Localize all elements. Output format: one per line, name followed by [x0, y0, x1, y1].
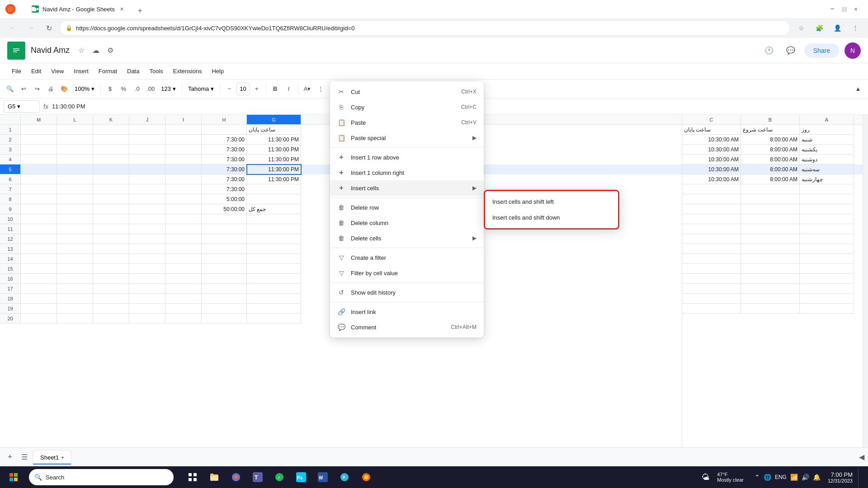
currency-button[interactable]: $	[104, 83, 116, 95]
row-num-6[interactable]: 6	[0, 174, 21, 184]
cell-l8[interactable]	[57, 194, 93, 204]
cell-i5[interactable]	[165, 164, 202, 174]
cell-i7[interactable]	[165, 184, 202, 194]
cell-b5[interactable]: 8:00:00 AM	[741, 164, 800, 174]
sheet-nav-right[interactable]: ◀	[859, 453, 864, 461]
zoom-select[interactable]: 100% ▾	[71, 84, 98, 94]
bold-button[interactable]: B	[269, 83, 282, 95]
toolbar-collapse-button[interactable]: ▲	[852, 83, 864, 95]
taskbar-firefox[interactable]	[356, 467, 376, 487]
cell-c6[interactable]: 10:30:00 AM	[682, 174, 741, 184]
network-icon[interactable]: 🌐	[764, 474, 771, 481]
vertical-scrollbar[interactable]	[863, 115, 868, 447]
taskbar-word[interactable]: W	[313, 467, 333, 487]
history-button[interactable]: 🕐	[761, 42, 777, 59]
cell-g4[interactable]: 11:30:00 PM	[247, 155, 301, 164]
menu-view[interactable]: View	[47, 66, 68, 76]
cell-i9[interactable]	[165, 204, 202, 214]
col-header-b[interactable]: B	[741, 115, 800, 124]
row-num-3[interactable]: 3	[0, 145, 21, 155]
col-header-j[interactable]: J	[129, 115, 165, 124]
ctx-cut[interactable]: ✂ Cut Ctrl+X	[330, 84, 484, 99]
col-header-g[interactable]: G	[247, 115, 301, 124]
format-type-select[interactable]: 123 ▾	[158, 84, 179, 94]
maximize-button[interactable]: ⬜	[841, 6, 847, 12]
italic-button[interactable]: I	[283, 83, 295, 95]
star-icon[interactable]: ☆	[75, 44, 88, 57]
font-size-decrease-button[interactable]: −	[223, 83, 236, 95]
cell-j2[interactable]	[129, 135, 165, 145]
undo-button[interactable]: ↩	[17, 83, 30, 95]
ctx-filter-by-value[interactable]: ▽ Filter by cell value	[330, 265, 484, 281]
sheet-list-button[interactable]: ☰	[18, 451, 31, 464]
menu-edit[interactable]: Edit	[27, 66, 46, 76]
cell-k2[interactable]	[93, 135, 129, 145]
cell-a1[interactable]: روز	[800, 125, 854, 135]
insert-cells-shift-down[interactable]: Insert cells and shift down	[485, 210, 618, 225]
active-tab[interactable]: ■ Navid Amz - Google Sheets ✕	[24, 1, 133, 17]
ctx-insert-link[interactable]: 🔗 Insert link	[330, 304, 484, 319]
cell-j9[interactable]	[129, 204, 165, 214]
cell-k4[interactable]	[93, 155, 129, 164]
show-desktop-button[interactable]	[858, 467, 861, 487]
taskbar-music[interactable]: ♪	[269, 467, 289, 487]
taskbar-file-explorer[interactable]	[204, 467, 224, 487]
add-sheet-button[interactable]: +	[4, 451, 16, 464]
row-num-5[interactable]: 5	[0, 164, 21, 174]
cell-h3[interactable]: 7:30:00	[202, 145, 247, 155]
speaker-icon[interactable]: 🔔	[813, 474, 821, 481]
cell-j3[interactable]	[129, 145, 165, 155]
percent-button[interactable]: %	[117, 83, 130, 95]
cell-b2[interactable]: 8:00:00 AM	[741, 135, 800, 145]
cell-g3[interactable]: 11:30:00 PM	[247, 145, 301, 155]
cell-k7[interactable]	[93, 184, 129, 194]
share-button[interactable]: Share	[804, 43, 839, 58]
reload-button[interactable]: ↻	[42, 21, 56, 35]
cell-m4[interactable]	[21, 155, 57, 164]
menu-data[interactable]: Data	[123, 66, 144, 76]
cell-i1[interactable]	[165, 125, 202, 135]
move-to-drive-icon[interactable]: ☁	[90, 44, 102, 57]
cell-i6[interactable]	[165, 174, 202, 184]
ctx-paste-special[interactable]: 📋 Paste special ▶	[330, 130, 484, 145]
tab-close-icon[interactable]: ✕	[118, 5, 126, 13]
ctx-create-filter[interactable]: ▽ Create a filter	[330, 250, 484, 265]
cell-a2[interactable]: شنبه	[800, 135, 854, 145]
cell-b3[interactable]: 8:00:00 AM	[741, 145, 800, 155]
comment-button[interactable]: 💬	[783, 42, 799, 59]
start-button[interactable]	[4, 467, 24, 487]
new-tab-button[interactable]: +	[134, 5, 146, 17]
cell-h5[interactable]: 7:30:00	[202, 164, 247, 174]
cell-c5[interactable]: 10:30:00 AM	[682, 164, 741, 174]
row-num-4[interactable]: 4	[0, 155, 21, 164]
cell-k3[interactable]	[93, 145, 129, 155]
cell-m2[interactable]	[21, 135, 57, 145]
taskbar-photoshop[interactable]: Ps	[291, 467, 311, 487]
cell-b4[interactable]: 8:00:00 AM	[741, 155, 800, 164]
address-bar[interactable]: 🔒 https://docs.google.com/spreadsheets/d…	[60, 20, 790, 36]
row-num-7[interactable]: 7	[0, 184, 21, 194]
search-toolbar-button[interactable]: 🔍	[4, 83, 16, 95]
cell-h1[interactable]	[202, 125, 247, 135]
profile-button[interactable]: 👤	[830, 21, 844, 35]
cell-j4[interactable]	[129, 155, 165, 164]
ctx-edit-history[interactable]: ↺ Show edit history	[330, 285, 484, 300]
cell-j1[interactable]	[129, 125, 165, 135]
menu-format[interactable]: Format	[94, 66, 122, 76]
taskbar-telegram[interactable]: ✈	[335, 467, 354, 487]
menu-extensions[interactable]: Extensions	[169, 66, 207, 76]
insert-cells-shift-left[interactable]: Insert cells and shift left	[485, 194, 618, 210]
decimal-increase-button[interactable]: .00	[144, 83, 157, 95]
cell-c1[interactable]: ساعت پایان	[682, 125, 741, 135]
row-num-2[interactable]: 2	[0, 135, 21, 145]
cell-c4[interactable]: 10:30:00 AM	[682, 155, 741, 164]
print-button[interactable]: 🖨	[44, 83, 57, 95]
cloud-sync-icon[interactable]: ⚙	[104, 44, 117, 57]
text-color-button[interactable]: A▾	[301, 83, 314, 95]
menu-help[interactable]: Help	[207, 66, 228, 76]
cell-i4[interactable]	[165, 155, 202, 164]
up-arrow-icon[interactable]: ⌃	[755, 474, 760, 481]
font-select[interactable]: Tahoma ▾	[185, 84, 217, 94]
bookmark-button[interactable]: ☆	[794, 21, 808, 35]
decimal-decrease-button[interactable]: .0	[131, 83, 143, 95]
